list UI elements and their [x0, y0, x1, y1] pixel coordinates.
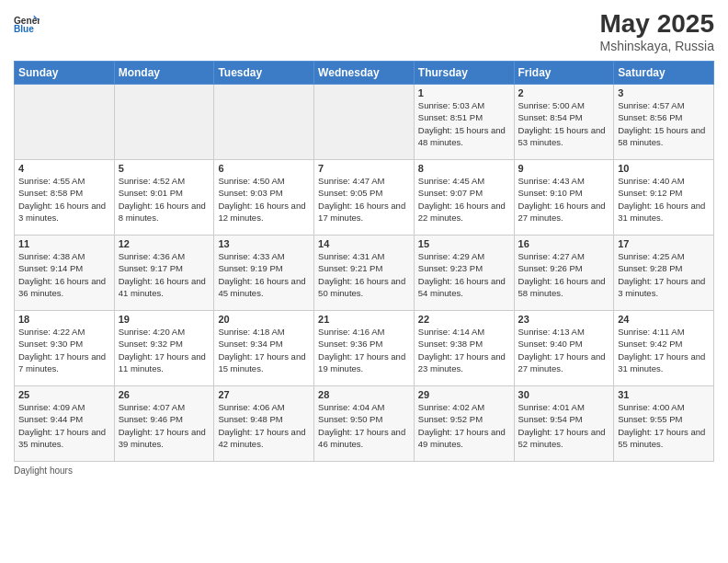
- day-number: 16: [518, 238, 610, 249]
- calendar-cell: 8Sunrise: 4:45 AMSunset: 9:07 PMDaylight…: [414, 160, 514, 236]
- calendar-cell: 5Sunrise: 4:52 AMSunset: 9:01 PMDaylight…: [114, 160, 214, 236]
- day-number: 9: [518, 163, 610, 174]
- day-number: 28: [318, 389, 410, 400]
- day-info: Sunrise: 4:11 AMSunset: 9:42 PMDaylight:…: [618, 326, 710, 374]
- calendar-cell: 17Sunrise: 4:25 AMSunset: 9:28 PMDayligh…: [614, 236, 714, 311]
- day-info: Sunrise: 5:00 AMSunset: 8:54 PMDaylight:…: [518, 99, 610, 148]
- title-block: May 2025 Mshinskaya, Russia: [599, 9, 714, 53]
- calendar-cell: [114, 85, 214, 160]
- day-number: 1: [418, 87, 510, 98]
- calendar-cell: [214, 85, 314, 160]
- day-number: 12: [119, 238, 210, 249]
- day-info: Sunrise: 4:38 AMSunset: 9:14 PMDaylight:…: [18, 250, 110, 299]
- day-number: 25: [18, 389, 110, 400]
- calendar-cell: 25Sunrise: 4:09 AMSunset: 9:44 PMDayligh…: [15, 386, 115, 462]
- day-info: Sunrise: 4:52 AMSunset: 9:01 PMDaylight:…: [119, 175, 210, 224]
- day-info: Sunrise: 4:31 AMSunset: 9:21 PMDaylight:…: [318, 250, 410, 299]
- calendar-cell: 14Sunrise: 4:31 AMSunset: 9:21 PMDayligh…: [314, 236, 415, 311]
- calendar-cell: 11Sunrise: 4:38 AMSunset: 9:14 PMDayligh…: [15, 236, 115, 311]
- day-info: Sunrise: 4:14 AMSunset: 9:38 PMDaylight:…: [418, 326, 510, 374]
- day-info: Sunrise: 4:04 AMSunset: 9:50 PMDaylight:…: [318, 401, 410, 450]
- day-number: 11: [18, 238, 110, 249]
- day-number: 8: [418, 163, 510, 174]
- calendar-week-5: 25Sunrise: 4:09 AMSunset: 9:44 PMDayligh…: [15, 386, 714, 462]
- calendar-cell: 6Sunrise: 4:50 AMSunset: 9:03 PMDaylight…: [214, 160, 314, 236]
- day-number: 3: [618, 87, 710, 98]
- daylight-label: Daylight hours: [14, 465, 73, 476]
- main-title: May 2025: [599, 9, 714, 39]
- calendar-cell: [15, 85, 115, 160]
- day-info: Sunrise: 5:03 AMSunset: 8:51 PMDaylight:…: [418, 99, 510, 148]
- day-number: 17: [618, 238, 710, 249]
- day-number: 4: [18, 163, 110, 174]
- day-number: 22: [418, 314, 510, 325]
- calendar-week-3: 11Sunrise: 4:38 AMSunset: 9:14 PMDayligh…: [15, 236, 714, 311]
- day-info: Sunrise: 4:09 AMSunset: 9:44 PMDaylight:…: [18, 401, 110, 450]
- day-info: Sunrise: 4:50 AMSunset: 9:03 PMDaylight:…: [218, 175, 310, 224]
- calendar-cell: 13Sunrise: 4:33 AMSunset: 9:19 PMDayligh…: [214, 236, 314, 311]
- col-friday: Friday: [514, 62, 614, 85]
- day-number: 19: [119, 314, 210, 325]
- day-info: Sunrise: 4:02 AMSunset: 9:52 PMDaylight:…: [418, 401, 510, 450]
- day-info: Sunrise: 4:43 AMSunset: 9:10 PMDaylight:…: [518, 175, 610, 224]
- calendar-cell: 2Sunrise: 5:00 AMSunset: 8:54 PMDaylight…: [514, 85, 614, 160]
- calendar-cell: 3Sunrise: 4:57 AMSunset: 8:56 PMDaylight…: [614, 85, 714, 160]
- day-number: 26: [119, 389, 210, 400]
- day-info: Sunrise: 4:29 AMSunset: 9:23 PMDaylight:…: [418, 250, 510, 299]
- day-info: Sunrise: 4:07 AMSunset: 9:46 PMDaylight:…: [119, 401, 210, 450]
- day-number: 10: [618, 163, 710, 174]
- day-info: Sunrise: 4:45 AMSunset: 9:07 PMDaylight:…: [418, 175, 510, 224]
- col-tuesday: Tuesday: [214, 62, 314, 85]
- day-info: Sunrise: 4:25 AMSunset: 9:28 PMDaylight:…: [618, 250, 710, 299]
- subtitle: Mshinskaya, Russia: [599, 39, 714, 53]
- svg-text:Blue: Blue: [14, 24, 34, 34]
- day-info: Sunrise: 4:18 AMSunset: 9:34 PMDaylight:…: [218, 326, 310, 374]
- calendar-cell: 26Sunrise: 4:07 AMSunset: 9:46 PMDayligh…: [114, 386, 214, 462]
- day-info: Sunrise: 4:13 AMSunset: 9:40 PMDaylight:…: [518, 326, 610, 374]
- day-info: Sunrise: 4:36 AMSunset: 9:17 PMDaylight:…: [119, 250, 210, 299]
- day-info: Sunrise: 4:40 AMSunset: 9:12 PMDaylight:…: [618, 175, 710, 224]
- calendar-cell: 4Sunrise: 4:55 AMSunset: 8:58 PMDaylight…: [15, 160, 115, 236]
- calendar-header-row: Sunday Monday Tuesday Wednesday Thursday…: [15, 62, 714, 85]
- calendar-cell: 24Sunrise: 4:11 AMSunset: 9:42 PMDayligh…: [614, 311, 714, 386]
- calendar-cell: 20Sunrise: 4:18 AMSunset: 9:34 PMDayligh…: [214, 311, 314, 386]
- day-info: Sunrise: 4:20 AMSunset: 9:32 PMDaylight:…: [119, 326, 210, 374]
- calendar-cell: 9Sunrise: 4:43 AMSunset: 9:10 PMDaylight…: [514, 160, 614, 236]
- col-thursday: Thursday: [414, 62, 514, 85]
- calendar-week-1: 1Sunrise: 5:03 AMSunset: 8:51 PMDaylight…: [15, 85, 714, 160]
- calendar-cell: 28Sunrise: 4:04 AMSunset: 9:50 PMDayligh…: [314, 386, 415, 462]
- day-number: 5: [119, 163, 210, 174]
- calendar-cell: 27Sunrise: 4:06 AMSunset: 9:48 PMDayligh…: [214, 386, 314, 462]
- calendar-cell: 12Sunrise: 4:36 AMSunset: 9:17 PMDayligh…: [114, 236, 214, 311]
- footer: Daylight hours: [14, 465, 714, 476]
- calendar-cell: 1Sunrise: 5:03 AMSunset: 8:51 PMDaylight…: [414, 85, 514, 160]
- calendar-cell: 16Sunrise: 4:27 AMSunset: 9:26 PMDayligh…: [514, 236, 614, 311]
- day-number: 30: [518, 389, 610, 400]
- day-info: Sunrise: 4:00 AMSunset: 9:55 PMDaylight:…: [618, 401, 710, 450]
- day-info: Sunrise: 4:33 AMSunset: 9:19 PMDaylight:…: [218, 250, 310, 299]
- header: General Blue May 2025 Mshinskaya, Russia: [14, 9, 714, 53]
- day-number: 31: [618, 389, 710, 400]
- calendar-cell: 7Sunrise: 4:47 AMSunset: 9:05 PMDaylight…: [314, 160, 415, 236]
- day-number: 18: [18, 314, 110, 325]
- day-number: 15: [418, 238, 510, 249]
- day-number: 23: [518, 314, 610, 325]
- day-info: Sunrise: 4:55 AMSunset: 8:58 PMDaylight:…: [18, 175, 110, 224]
- calendar-cell: 21Sunrise: 4:16 AMSunset: 9:36 PMDayligh…: [314, 311, 415, 386]
- day-number: 13: [218, 238, 310, 249]
- day-number: 27: [218, 389, 310, 400]
- calendar-cell: 22Sunrise: 4:14 AMSunset: 9:38 PMDayligh…: [414, 311, 514, 386]
- day-number: 21: [318, 314, 410, 325]
- day-info: Sunrise: 4:47 AMSunset: 9:05 PMDaylight:…: [318, 175, 410, 224]
- day-number: 6: [218, 163, 310, 174]
- day-number: 24: [618, 314, 710, 325]
- calendar-cell: 18Sunrise: 4:22 AMSunset: 9:30 PMDayligh…: [15, 311, 115, 386]
- calendar-table: Sunday Monday Tuesday Wednesday Thursday…: [14, 61, 714, 462]
- calendar-cell: 30Sunrise: 4:01 AMSunset: 9:54 PMDayligh…: [514, 386, 614, 462]
- day-number: 29: [418, 389, 510, 400]
- day-info: Sunrise: 4:22 AMSunset: 9:30 PMDaylight:…: [18, 326, 110, 374]
- logo: General Blue: [14, 9, 40, 35]
- calendar-cell: 15Sunrise: 4:29 AMSunset: 9:23 PMDayligh…: [414, 236, 514, 311]
- calendar-cell: [314, 85, 415, 160]
- day-info: Sunrise: 4:06 AMSunset: 9:48 PMDaylight:…: [218, 401, 310, 450]
